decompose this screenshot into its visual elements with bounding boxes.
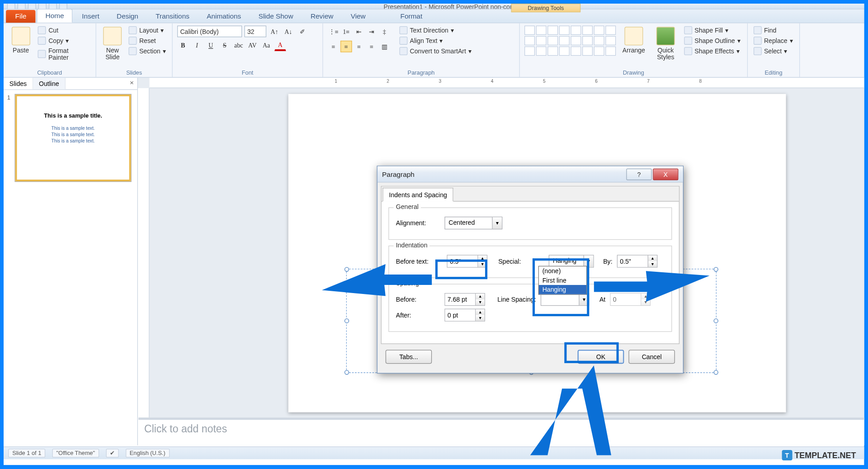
ok-button[interactable]: OK	[578, 350, 624, 364]
shrink-font-icon[interactable]: A↓	[283, 26, 294, 38]
copy-button[interactable]: Copy▾	[37, 36, 91, 45]
before-text-spinner[interactable]: ▲▼	[447, 255, 487, 268]
line-spacing-select[interactable]: ▾	[541, 293, 590, 306]
spacing-after-spinner[interactable]: ▲▼	[444, 309, 485, 322]
notes-pane[interactable]: Click to add notes	[138, 418, 864, 445]
shape-cell[interactable]	[582, 36, 593, 45]
italic-button[interactable]: I	[191, 39, 203, 51]
spin-up-icon[interactable]: ▲	[476, 309, 484, 315]
shape-cell[interactable]	[571, 26, 581, 35]
shape-cell[interactable]	[594, 36, 604, 45]
dialog-help-button[interactable]: ?	[626, 168, 651, 180]
shape-effects-button[interactable]: Shape Effects▾	[683, 47, 742, 56]
shape-cell[interactable]	[582, 47, 593, 56]
section-button[interactable]: Section▾	[127, 47, 167, 56]
spin-down-icon[interactable]: ▼	[476, 315, 484, 321]
tab-format[interactable]: Format	[392, 10, 431, 23]
spacing-after-input[interactable]	[445, 309, 476, 321]
tab-transitions[interactable]: Transitions	[147, 10, 197, 23]
find-button[interactable]: Find	[752, 26, 794, 35]
tab-slideshow[interactable]: Slide Show	[250, 10, 302, 23]
shape-cell[interactable]	[571, 47, 581, 56]
spin-down-icon[interactable]: ▼	[648, 261, 657, 267]
new-slide-button[interactable]: New Slide	[101, 26, 124, 62]
reset-button[interactable]: Reset	[127, 36, 167, 45]
line-spacing-icon[interactable]: ‡	[378, 26, 390, 38]
resize-handle[interactable]	[714, 267, 718, 271]
shape-cell[interactable]	[547, 47, 558, 56]
text-shadow-button[interactable]: abc	[233, 39, 245, 51]
columns-icon[interactable]: ▥	[378, 41, 390, 52]
slides-panel-close-icon[interactable]: ×	[126, 78, 137, 90]
shape-cell[interactable]	[571, 36, 581, 45]
slides-panel-tab-slides[interactable]: Slides	[4, 78, 33, 90]
grow-font-icon[interactable]: A↑	[269, 26, 280, 38]
convert-smartart-button[interactable]: Convert to SmartArt▾	[398, 47, 473, 56]
undo-icon[interactable]	[28, 4, 36, 9]
spin-down-icon[interactable]: ▼	[476, 299, 484, 305]
shape-cell[interactable]	[594, 26, 604, 35]
font-size-combo[interactable]: 32	[244, 26, 266, 38]
quick-styles-button[interactable]: Quick Styles	[652, 26, 679, 62]
font-name-combo[interactable]: Calibri (Body)	[177, 26, 242, 38]
shape-cell[interactable]	[605, 26, 616, 35]
save-icon[interactable]	[18, 4, 26, 9]
numbering-icon[interactable]: 1≡	[340, 26, 352, 38]
char-spacing-button[interactable]: AV	[247, 39, 259, 51]
tab-insert[interactable]: Insert	[74, 10, 107, 23]
shape-cell[interactable]	[605, 36, 616, 45]
clear-formatting-icon[interactable]: ✐	[297, 26, 308, 38]
resize-handle[interactable]	[344, 370, 349, 374]
shape-cell[interactable]	[524, 36, 535, 45]
increase-indent-icon[interactable]: ⇥	[366, 26, 377, 38]
shape-cell[interactable]	[547, 36, 558, 45]
bold-button[interactable]: B	[177, 39, 189, 51]
slides-panel-tab-outline[interactable]: Outline	[33, 78, 65, 90]
dropdown-option-none[interactable]: (none)	[539, 266, 586, 275]
dialog-close-button[interactable]: X	[653, 168, 678, 180]
slide-thumbnail[interactable]: This is a sample title. This is a sample…	[15, 95, 131, 181]
underline-button[interactable]: U	[205, 39, 217, 51]
shape-cell[interactable]	[594, 47, 604, 56]
shape-cell[interactable]	[559, 36, 570, 45]
by-spinner[interactable]: ▲▼	[617, 255, 658, 268]
align-text-button[interactable]: Align Text▾	[398, 36, 473, 45]
spacing-before-input[interactable]	[445, 294, 476, 305]
resize-handle[interactable]	[344, 318, 349, 323]
tab-indents-spacing[interactable]: Indents and Spacing	[382, 188, 453, 202]
shape-cell[interactable]	[547, 26, 558, 35]
change-case-button[interactable]: Aa	[260, 39, 272, 51]
decrease-indent-icon[interactable]: ⇤	[353, 26, 365, 38]
tab-home[interactable]: Home	[37, 9, 72, 23]
spacing-before-spinner[interactable]: ▲▼	[444, 293, 485, 306]
strike-button[interactable]: S	[219, 39, 231, 51]
spin-up-icon[interactable]: ▲	[478, 256, 487, 261]
spin-down-icon[interactable]: ▼	[478, 261, 487, 267]
cut-button[interactable]: Cut	[37, 26, 91, 35]
spin-up-icon[interactable]: ▲	[476, 294, 484, 299]
tab-view[interactable]: View	[343, 10, 374, 23]
align-left-icon[interactable]: ≡	[328, 41, 340, 52]
shape-cell[interactable]	[582, 26, 593, 35]
bullets-icon[interactable]: ⋮≡	[328, 26, 340, 38]
shape-outline-button[interactable]: Shape Outline▾	[683, 36, 742, 45]
tab-design[interactable]: Design	[108, 10, 146, 23]
arrange-button[interactable]: Arrange	[619, 26, 648, 55]
status-language[interactable]: English (U.S.)	[126, 449, 170, 458]
align-center-icon[interactable]: ≡	[340, 41, 352, 52]
resize-handle[interactable]	[714, 318, 718, 323]
shape-fill-button[interactable]: Shape Fill▾	[683, 26, 742, 35]
shape-cell[interactable]	[559, 47, 570, 56]
shape-cell[interactable]	[524, 26, 535, 35]
alignment-select[interactable]: Centered ▾	[444, 217, 502, 229]
shape-cell[interactable]	[536, 26, 547, 35]
resize-handle[interactable]	[714, 370, 718, 374]
status-spellcheck-icon[interactable]: ✔	[106, 449, 118, 458]
select-button[interactable]: Select▾	[752, 47, 794, 56]
shape-cell[interactable]	[536, 36, 547, 45]
align-right-icon[interactable]: ≡	[353, 41, 365, 52]
dropdown-option-hanging[interactable]: Hanging	[539, 285, 586, 294]
by-input[interactable]	[618, 256, 648, 267]
before-text-input[interactable]	[448, 256, 478, 267]
tab-animations[interactable]: Animations	[198, 10, 249, 23]
